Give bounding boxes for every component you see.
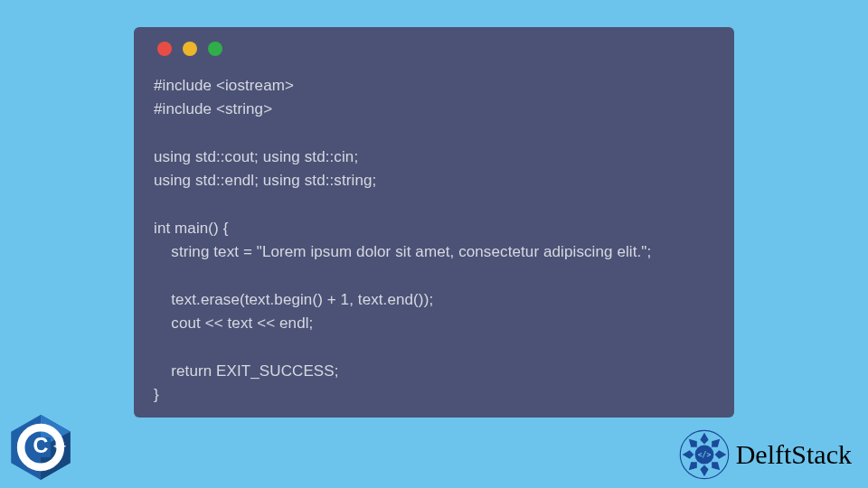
delftstack-mandala-icon: </> [678,428,731,481]
window-controls [154,42,714,56]
svg-text:</>: </> [697,450,711,459]
code-window: #include <iostream> #include <string> us… [134,27,734,418]
maximize-dot-icon [208,42,222,56]
svg-text:+: + [53,441,59,451]
minimize-dot-icon [183,42,197,56]
brand-logo: </> DelftStack [678,428,852,481]
code-content: #include <iostream> #include <string> us… [154,74,714,408]
close-dot-icon [157,42,172,56]
cpp-logo-icon: C + + [5,412,76,483]
brand-name: DelftStack [736,441,852,468]
svg-text:+: + [61,441,66,451]
svg-text:C: C [33,434,49,457]
